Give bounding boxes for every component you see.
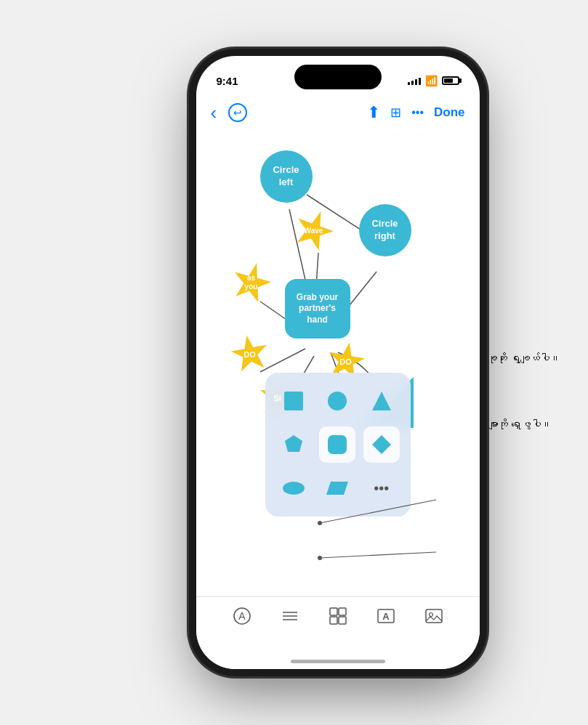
rounded-square-shape-icon	[326, 434, 348, 455]
svg-point-29	[429, 613, 432, 617]
node-wave[interactable]: Wave	[291, 208, 337, 252]
pentagon-shape-icon	[283, 434, 305, 455]
media-svg	[424, 607, 443, 625]
node-do1[interactable]: DO	[228, 333, 272, 376]
svg-marker-11	[372, 392, 391, 410]
lines-svg	[281, 607, 299, 625]
home-indicator	[291, 660, 385, 663]
node-circle-left[interactable]: Circle left	[260, 150, 313, 203]
battery-icon	[442, 76, 459, 85]
textbox-icon: A	[376, 606, 396, 626]
svg-text:A: A	[382, 611, 390, 622]
shape-rounded-square-btn[interactable]	[319, 426, 355, 463]
square-shape-icon	[283, 390, 305, 412]
battery-fill	[444, 78, 454, 83]
svg-point-15	[283, 482, 305, 495]
node-as-you[interactable]: asyou	[228, 261, 275, 304]
lines-icon	[280, 606, 300, 626]
triangle-shape-icon	[371, 390, 392, 412]
textbox-svg: A	[376, 607, 395, 625]
grid-button[interactable]: ⊞	[390, 105, 401, 121]
more-shapes-label: •••	[374, 480, 389, 497]
signal-bars	[408, 76, 421, 85]
shape-parallelogram-btn[interactable]	[319, 470, 355, 506]
svg-marker-16	[326, 482, 348, 495]
do1-label: DO	[243, 350, 256, 359]
diamond-shape-icon	[371, 434, 392, 455]
done-button[interactable]: Done	[434, 105, 465, 120]
textbox-tool[interactable]: A	[376, 606, 396, 626]
media-tool[interactable]	[424, 606, 444, 626]
svg-marker-14	[372, 435, 391, 454]
shapes-svg	[329, 607, 347, 625]
svg-marker-12	[285, 435, 302, 452]
as-you-label: asyou	[245, 274, 258, 291]
pen-svg: A	[233, 607, 251, 625]
svg-rect-25	[339, 617, 346, 624]
phone-frame: 9:41 📶 ‹ ↩ ⬆ ⊞	[196, 56, 480, 669]
mindmap: Circle left Circle right Grab yourpartne…	[196, 130, 480, 596]
share-button[interactable]: ⬆	[367, 103, 380, 122]
svg-rect-22	[330, 608, 337, 615]
svg-point-10	[328, 392, 347, 410]
toolbar: ‹ ↩ ⬆ ⊞ ••• Done	[196, 95, 480, 130]
shape-oval-btn[interactable]	[275, 470, 312, 506]
shape-diamond-btn[interactable]	[363, 426, 400, 463]
oval-shape-icon	[281, 480, 306, 496]
media-icon	[424, 606, 444, 626]
more-button[interactable]: •••	[411, 106, 424, 119]
svg-rect-24	[330, 617, 337, 624]
shape-picker[interactable]: •••	[265, 373, 411, 517]
node-grab-hand[interactable]: Grab yourpartner'shand	[285, 279, 350, 339]
circle-shape-icon	[326, 390, 348, 412]
svg-text:A: A	[238, 610, 246, 622]
status-time: 9:41	[217, 75, 238, 87]
shape-triangle-btn[interactable]	[363, 383, 400, 419]
svg-rect-23	[339, 608, 346, 615]
si-label: SI	[273, 394, 281, 402]
shape-more-btn[interactable]: •••	[363, 470, 400, 506]
node-circle-right[interactable]: Circle right	[359, 204, 411, 256]
status-icons: 📶	[408, 75, 459, 86]
shape-circle-btn[interactable]	[319, 383, 355, 419]
parallelogram-shape-icon	[325, 480, 350, 496]
toolbar-right: ⬆ ⊞ ••• Done	[367, 103, 464, 122]
shape-pentagon-btn[interactable]	[275, 426, 312, 463]
wifi-icon: 📶	[425, 75, 438, 86]
toolbar-left: ‹ ↩	[211, 102, 248, 124]
shapes-tool[interactable]	[328, 606, 348, 626]
undo-button[interactable]: ↩	[228, 103, 247, 122]
svg-rect-13	[328, 435, 347, 454]
lines-tool[interactable]	[280, 606, 300, 626]
wave-label: Wave	[305, 227, 323, 235]
dynamic-island	[294, 65, 382, 89]
do2-label: DO	[339, 357, 352, 366]
signal-bar-2	[411, 81, 414, 85]
pen-tool[interactable]: A	[232, 606, 252, 626]
canvas-area: Circle left Circle right Grab yourpartne…	[196, 130, 480, 596]
shapes-icon	[328, 606, 348, 626]
back-button[interactable]: ‹	[211, 102, 217, 124]
pen-icon: A	[232, 606, 252, 626]
signal-bar-3	[415, 79, 417, 85]
signal-bar-1	[408, 82, 410, 85]
bottom-toolbar: A	[196, 596, 480, 669]
svg-rect-28	[426, 609, 442, 623]
signal-bar-4	[419, 78, 421, 85]
svg-rect-9	[284, 392, 303, 410]
